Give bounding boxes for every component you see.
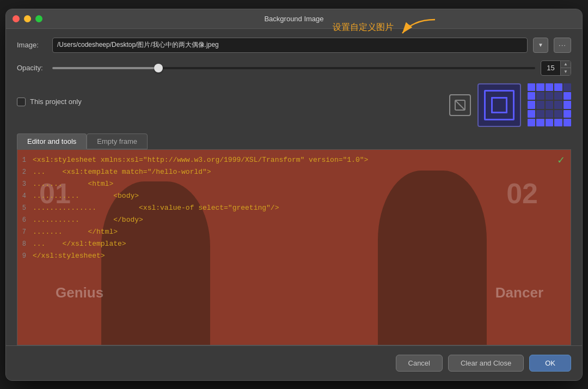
- background-image-dialog: Background Image Image: ▼ ··· 设置自定义图片: [5, 9, 583, 381]
- line-number: 7: [17, 228, 33, 236]
- grid-cell: [554, 83, 562, 91]
- tab-empty-frame[interactable]: Empty frame: [87, 133, 148, 149]
- more-options-button[interactable]: ···: [554, 38, 571, 53]
- grid-cell: [536, 83, 544, 91]
- grid-cell: [564, 83, 571, 91]
- checkmark-icon: ✓: [557, 154, 565, 166]
- tabs-row: Editor and tools Empty frame: [17, 133, 571, 149]
- code-text: ... <xsl:template match="/hello-world">: [33, 168, 211, 176]
- code-line: 8 ... </xsl:template>: [17, 238, 571, 250]
- main-content: Image: ▼ ··· 设置自定义图片: [17, 38, 571, 345]
- code-line: 9 </xsl:stylesheet>: [17, 250, 571, 262]
- grid-cell: [536, 110, 544, 118]
- code-text: ............... <xsl:value-of select="gr…: [33, 204, 279, 212]
- grid-cell: [554, 101, 562, 108]
- label-genius: Genius: [56, 284, 103, 301]
- grid-cell: [546, 119, 553, 126]
- stepper-down-button[interactable]: ▼: [561, 68, 571, 76]
- line-number: 2: [17, 168, 33, 176]
- code-text: <xsl:stylesheet xmlns:xsl="http://www.w3…: [33, 156, 368, 164]
- preview-grid-icon[interactable]: [528, 83, 571, 127]
- grid-cell: [546, 83, 553, 91]
- svg-line-2: [455, 100, 465, 110]
- inner-square: [491, 97, 507, 113]
- label-dancer: Dancer: [495, 284, 543, 301]
- checkbox-row: This project only: [17, 98, 82, 106]
- minimize-button[interactable]: [24, 15, 31, 22]
- code-line: 2 ... <xsl:template match="/hello-world"…: [17, 166, 571, 178]
- code-editor[interactable]: 01 Genius 02 Dancer ✓ 1 <xsl:styleshe: [17, 149, 571, 345]
- grid-cell: [528, 92, 535, 100]
- grid-cell: [564, 92, 571, 100]
- grid-cell: [554, 119, 562, 126]
- code-line: 7 ....... </html>: [17, 226, 571, 238]
- code-text: ........... </body>: [33, 216, 143, 224]
- annotation: 设置自定义图片: [333, 17, 440, 39]
- project-only-label: This project only: [30, 98, 82, 106]
- preview-icons-group: [449, 83, 571, 127]
- cancel-button[interactable]: Cancel: [396, 355, 443, 372]
- close-button[interactable]: [13, 15, 20, 22]
- image-label: Image:: [17, 41, 47, 49]
- window-controls: [13, 15, 42, 22]
- grid-cell: [564, 110, 571, 118]
- opacity-slider[interactable]: [52, 67, 535, 69]
- ok-button[interactable]: OK: [529, 355, 571, 372]
- dropdown-button[interactable]: ▼: [533, 38, 548, 53]
- ellipsis-icon: ···: [559, 41, 566, 49]
- outer-square: [484, 90, 514, 120]
- opacity-stepper: ▲ ▼: [560, 60, 571, 76]
- titlebar: Background Image: [6, 9, 582, 29]
- checkbox-preview-row: This project only: [17, 83, 571, 127]
- grid-cell: [528, 101, 535, 108]
- annotation-arrow: [397, 17, 440, 39]
- stepper-up-button[interactable]: ▲: [561, 60, 571, 68]
- grid-cell: [554, 92, 562, 100]
- opacity-row: Opacity: 15 ▲ ▼: [17, 60, 571, 76]
- line-number: 3: [17, 180, 33, 188]
- opacity-value-box: 15 ▲ ▼: [541, 60, 571, 76]
- image-path-input[interactable]: [52, 38, 528, 53]
- image-row: Image: ▼ ··· 设置自定义图片: [17, 38, 571, 53]
- preview-none-icon[interactable]: [449, 94, 471, 116]
- line-number: 5: [17, 204, 33, 212]
- project-only-checkbox[interactable]: [17, 98, 26, 106]
- dialog-body: Image: ▼ ··· 设置自定义图片: [6, 29, 582, 345]
- grid-cell: [528, 110, 535, 118]
- line-number: 1: [17, 156, 33, 164]
- preview-tile-icon[interactable]: [477, 83, 521, 127]
- grid-cell: [546, 110, 553, 118]
- opacity-value: 15: [541, 64, 560, 72]
- grid-cell: [564, 119, 571, 126]
- annotation-text: 设置自定义图片: [333, 22, 394, 33]
- slider-thumb[interactable]: [154, 64, 163, 72]
- code-line: 3 ....... <html>: [17, 178, 571, 190]
- tab-editor-tools[interactable]: Editor and tools: [17, 133, 87, 149]
- code-line: 6 ........... </body>: [17, 214, 571, 226]
- code-text: ....... <html>: [33, 180, 113, 188]
- grid-cell: [528, 83, 535, 91]
- line-number: 9: [17, 252, 33, 260]
- dialog-footer: Cancel Clear and Close OK: [6, 345, 582, 380]
- dialog-title: Background Image: [264, 15, 323, 23]
- grid-cell: [536, 92, 544, 100]
- code-line: 1 <xsl:stylesheet xmlns:xsl="http://www.…: [17, 154, 571, 166]
- maximize-button[interactable]: [35, 15, 42, 22]
- grid-cell: [546, 101, 553, 108]
- slider-fill: [52, 67, 158, 69]
- code-text: </xsl:stylesheet>: [33, 252, 105, 260]
- opacity-label: Opacity:: [17, 64, 47, 72]
- code-line: 5 ............... <xsl:value-of select="…: [17, 202, 571, 214]
- grid-cell: [536, 101, 544, 108]
- line-number: 6: [17, 216, 33, 224]
- code-text: ... </xsl:template>: [33, 240, 126, 248]
- code-content: 1 <xsl:stylesheet xmlns:xsl="http://www.…: [17, 150, 571, 266]
- grid-cell: [528, 119, 535, 126]
- chevron-down-icon: ▼: [538, 42, 543, 48]
- grid-cell: [564, 101, 571, 108]
- grid-cell: [546, 92, 553, 100]
- no-image-icon: [454, 99, 467, 112]
- clear-close-button[interactable]: Clear and Close: [448, 355, 524, 372]
- code-text: ....... </html>: [33, 228, 118, 236]
- code-text: ........... <body>: [33, 192, 139, 200]
